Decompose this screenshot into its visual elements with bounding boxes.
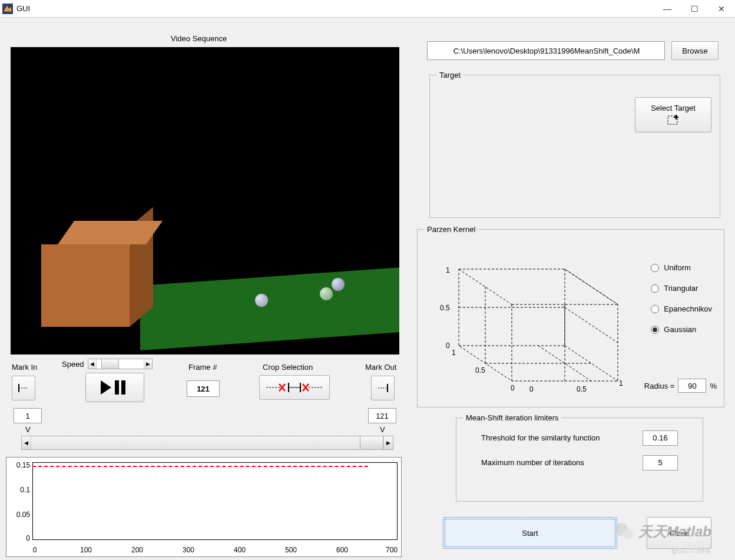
frame-slider-thumb[interactable] <box>360 436 383 450</box>
frame-label: Frame # <box>188 363 217 372</box>
crop-label: Crop Selection <box>263 363 313 372</box>
mark-out-indicator: V <box>380 425 385 434</box>
close-window-button[interactable]: ✕ <box>708 0 735 18</box>
xtick-600: 600 <box>330 546 354 554</box>
xtick-400: 400 <box>228 546 251 554</box>
svg-text:0.5: 0.5 <box>577 385 587 393</box>
svg-text:0.5: 0.5 <box>440 304 450 312</box>
similarity-chart: 0.15 0.1 0.05 0 0 100 200 300 400 500 60… <box>6 457 402 557</box>
mark-in-indicator: V <box>25 425 31 434</box>
radius-unit: % <box>710 382 717 390</box>
svg-text:1: 1 <box>446 266 450 274</box>
ytick-0: 0 <box>10 534 30 542</box>
app-window: GUI — ☐ ✕ Video Sequence Speed ◀ ▶ <box>0 0 735 560</box>
threshold-input[interactable] <box>643 430 678 446</box>
scene-ground <box>140 266 399 350</box>
limiters-fieldset: Mean-Shift iteration limiters Threshold … <box>456 413 703 502</box>
close-button[interactable]: Close <box>647 517 711 549</box>
threshold-label: Threshold for the similarity function <box>481 433 600 442</box>
kernel-radio-epanechnikov[interactable]: Epanechnikov <box>651 304 712 313</box>
kernel-3d-axes: 1 0.5 0 1 0.5 0 0 0.5 1 <box>429 251 624 405</box>
frame-number-input[interactable] <box>187 380 220 397</box>
maxiter-input[interactable] <box>643 455 678 470</box>
limiters-legend: Mean-Shift iteration limiters <box>463 413 561 422</box>
speed-inc-icon[interactable]: ▶ <box>144 359 152 369</box>
radius-input[interactable] <box>678 379 706 393</box>
svg-text:0: 0 <box>446 342 450 350</box>
xtick-500: 500 <box>279 546 303 554</box>
kernel-legend: Parzen Kernel <box>425 225 478 234</box>
ytick-005: 0.05 <box>10 511 30 519</box>
svg-rect-4 <box>115 380 119 395</box>
video-sequence-title: Video Sequence <box>171 34 227 43</box>
threshold-line <box>32 466 368 467</box>
ytick-01: 0.1 <box>10 486 30 494</box>
mark-out-button[interactable] <box>371 376 395 400</box>
crop-icon <box>265 382 324 393</box>
svg-text:1: 1 <box>452 349 456 357</box>
speed-dec-icon[interactable]: ◀ <box>88 359 97 369</box>
play-pause-icon <box>98 379 131 396</box>
scene-ball-1 <box>255 294 268 307</box>
window-title: GUI <box>16 4 30 13</box>
frame-slider-inc[interactable]: ▶ <box>383 436 393 449</box>
xtick-300: 300 <box>177 546 200 554</box>
minimize-button[interactable]: — <box>654 0 681 18</box>
mark-out-label: Mark Out <box>365 363 396 372</box>
scene-cube <box>58 221 170 327</box>
maxiter-label: Maximum number of iterations <box>481 458 584 467</box>
select-target-button[interactable]: Select Target <box>635 97 711 132</box>
matlab-icon <box>2 4 13 14</box>
titlebar: GUI — ☐ ✕ <box>0 0 735 18</box>
mark-in-label: Mark In <box>12 363 37 372</box>
mark-in-value[interactable] <box>14 408 42 423</box>
mark-out-icon <box>376 383 390 393</box>
kernel-radio-gaussian[interactable]: Gaussian <box>651 325 712 334</box>
svg-text:0.5: 0.5 <box>475 366 485 375</box>
kernel-radio-uniform[interactable]: Uniform <box>651 263 712 272</box>
video-display <box>11 47 399 354</box>
speed-slider[interactable]: ◀ ▶ <box>88 359 153 369</box>
select-target-label: Select Target <box>651 104 696 112</box>
speed-label: Speed <box>62 360 84 369</box>
mark-in-icon <box>16 383 31 393</box>
xtick-100: 100 <box>74 546 98 554</box>
xtick-700: 700 <box>380 546 403 554</box>
kernel-radio-triangular[interactable]: Triangular <box>651 284 712 293</box>
svg-text:0: 0 <box>511 384 515 392</box>
svg-point-39 <box>623 529 633 539</box>
crosshair-icon <box>666 114 681 127</box>
svg-text:1: 1 <box>619 379 623 387</box>
speed-thumb[interactable] <box>101 359 119 369</box>
frame-slider[interactable]: ◀ ▶ <box>21 436 393 450</box>
crop-selection-button[interactable] <box>259 375 330 400</box>
xtick-200: 200 <box>125 546 149 554</box>
ytick-015: 0.15 <box>10 461 30 469</box>
browse-button[interactable]: Browse <box>671 41 719 60</box>
svg-rect-5 <box>121 380 125 395</box>
frame-slider-dec[interactable]: ◀ <box>22 436 31 449</box>
xtick-0: 0 <box>23 546 47 554</box>
mark-out-value[interactable] <box>368 408 396 423</box>
kernel-fieldset: Parzen Kernel 1 0.5 0 1 <box>417 225 724 407</box>
svg-line-24 <box>565 307 618 343</box>
maximize-button[interactable]: ☐ <box>681 0 708 18</box>
target-fieldset: Target Select Target <box>429 71 720 218</box>
radius-label: Radius = <box>644 382 675 390</box>
path-input[interactable] <box>427 41 665 60</box>
svg-text:0: 0 <box>529 385 534 393</box>
target-legend: Target <box>437 71 463 79</box>
mark-in-button[interactable] <box>12 376 35 400</box>
start-button[interactable]: Start <box>443 517 617 549</box>
scene-ball-2 <box>320 287 333 300</box>
scene-ball-3 <box>332 278 345 291</box>
play-pause-button[interactable] <box>85 373 144 402</box>
svg-marker-3 <box>101 380 111 395</box>
